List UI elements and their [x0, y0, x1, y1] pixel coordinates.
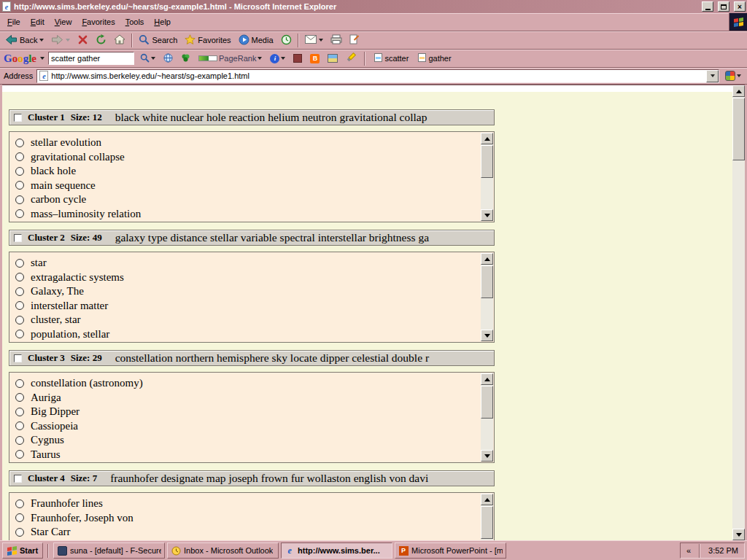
radio-button[interactable]	[15, 316, 24, 324]
scroll-thumb[interactable]	[481, 506, 493, 539]
page-info-button[interactable]: i	[268, 51, 287, 66]
radio-button[interactable]	[15, 181, 24, 190]
list-scrollbar[interactable]	[481, 133, 493, 221]
scroll-thumb[interactable]	[732, 98, 745, 160]
toolbar-extension-button[interactable]	[723, 69, 743, 84]
radio-button[interactable]	[15, 450, 24, 459]
menu-view[interactable]: View	[50, 15, 77, 29]
radio-button[interactable]	[15, 408, 24, 416]
gather-word-button[interactable]: gather	[415, 51, 454, 66]
scroll-up-button[interactable]	[481, 133, 493, 144]
page-info-caret[interactable]	[281, 57, 285, 60]
radio-button[interactable]	[15, 273, 24, 281]
radio-button[interactable]	[15, 330, 24, 338]
menu-favorites[interactable]: Favorites	[77, 15, 120, 29]
scroll-up-button[interactable]	[732, 85, 745, 97]
scroll-up-button[interactable]	[481, 494, 493, 505]
address-dropdown-button[interactable]	[706, 70, 719, 82]
highlight-button[interactable]	[344, 51, 358, 66]
tray-overflow-chevron[interactable]: «	[686, 546, 691, 555]
address-url[interactable]: http://www.sims.berkeley.edu/~hearst/sg-…	[51, 71, 703, 80]
list-scrollbar[interactable]	[481, 494, 493, 540]
mail-button[interactable]	[301, 32, 327, 49]
print-button[interactable]	[327, 32, 346, 49]
list-scrollbar[interactable]	[481, 253, 493, 341]
maximize-button[interactable]	[718, 1, 729, 12]
radio-button[interactable]	[15, 379, 24, 388]
google-logo[interactable]: Google	[4, 52, 36, 65]
search-web-button[interactable]	[138, 51, 158, 66]
task-fsecure[interactable]: suna - [default] - F-Secure...	[53, 542, 165, 559]
home-button[interactable]	[110, 32, 129, 49]
radio-button[interactable]	[15, 421, 24, 430]
list-scrollbar[interactable]	[481, 373, 493, 462]
cluster-checkbox[interactable]	[14, 114, 22, 122]
item-label: Star Carr	[31, 526, 71, 538]
scatter-word-button[interactable]: scatter	[371, 51, 411, 66]
search-site-button[interactable]	[161, 51, 175, 66]
cluster-checkbox[interactable]	[14, 234, 22, 242]
google-search-input[interactable]	[48, 52, 134, 65]
scroll-down-button[interactable]	[732, 529, 745, 540]
radio-button[interactable]	[15, 152, 24, 161]
menu-help[interactable]: Help	[149, 15, 176, 29]
media-button[interactable]: Media	[235, 32, 277, 49]
back-button[interactable]: Back	[1, 32, 47, 49]
clover-button[interactable]	[179, 51, 193, 66]
mail-dropdown-caret[interactable]	[319, 39, 323, 42]
scroll-thumb[interactable]	[481, 265, 493, 298]
forward-button[interactable]	[47, 32, 74, 49]
search-web-caret[interactable]	[151, 57, 155, 60]
radio-button[interactable]	[15, 301, 24, 310]
radio-button[interactable]	[15, 167, 24, 176]
history-button[interactable]	[277, 32, 295, 49]
list-item: gravitational collapse	[15, 150, 481, 165]
clock[interactable]: 3:52 PM	[708, 546, 738, 555]
tray-separator	[699, 544, 700, 558]
task-powerpoint[interactable]: P Microsoft PowerPoint - [m...	[395, 542, 506, 559]
radio-button[interactable]	[15, 259, 24, 268]
task-outlook[interactable]: Inbox - Microsoft Outlook	[167, 542, 279, 559]
scroll-thumb[interactable]	[481, 145, 493, 178]
scroll-down-button[interactable]	[481, 330, 493, 341]
radio-button[interactable]	[15, 195, 24, 204]
address-input[interactable]: e http://www.sims.berkeley.edu/~hearst/s…	[36, 69, 719, 83]
stop-button[interactable]	[74, 32, 92, 49]
favorites-button[interactable]: Favorites	[181, 32, 234, 49]
menu-file[interactable]: File	[2, 15, 26, 29]
cluster-checkbox[interactable]	[14, 354, 22, 362]
scroll-down-button[interactable]	[481, 450, 493, 462]
back-dropdown-caret[interactable]	[39, 39, 44, 42]
task-internet-explorer[interactable]: e http://www.sims.ber...	[281, 542, 392, 559]
extension-caret[interactable]	[737, 74, 741, 77]
radio-button[interactable]	[15, 513, 24, 522]
radio-button[interactable]	[15, 436, 24, 445]
radio-button[interactable]	[15, 209, 24, 218]
start-button[interactable]: Start	[2, 542, 43, 559]
page-scrollbar[interactable]	[732, 85, 745, 540]
forward-dropdown-caret[interactable]	[66, 39, 70, 42]
radio-button[interactable]	[15, 287, 24, 296]
menu-edit[interactable]: Edit	[26, 15, 50, 29]
pagerank-widget[interactable]: PageRank	[196, 51, 264, 66]
search-button[interactable]: Search	[135, 32, 181, 49]
radio-button[interactable]	[15, 528, 24, 537]
scroll-up-button[interactable]	[481, 373, 493, 385]
cluster-checkbox[interactable]	[14, 475, 22, 483]
menu-tools[interactable]: Tools	[120, 15, 150, 29]
blogger-button[interactable]: B	[308, 51, 322, 66]
scroll-up-button[interactable]	[481, 253, 493, 265]
edit-button[interactable]	[346, 32, 363, 49]
refresh-button[interactable]	[92, 32, 110, 49]
scroll-thumb[interactable]	[481, 386, 493, 419]
scroll-down-button[interactable]	[481, 209, 493, 221]
radio-button[interactable]	[15, 393, 24, 402]
minimize-button[interactable]	[702, 1, 713, 12]
close-button[interactable]: ×	[734, 1, 746, 12]
google-logo-caret[interactable]	[40, 57, 44, 60]
radio-button[interactable]	[15, 499, 24, 508]
pagerank-caret[interactable]	[258, 57, 262, 60]
radio-button[interactable]	[15, 139, 24, 147]
images-button[interactable]	[325, 51, 340, 66]
vote-button[interactable]	[291, 51, 304, 66]
